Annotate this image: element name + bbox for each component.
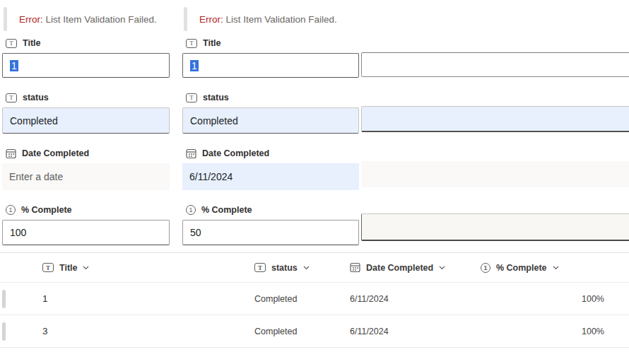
percent-input[interactable] (361, 213, 629, 241)
date-field-label: Date Completed (186, 148, 359, 159)
status-field-label: T status (6, 92, 170, 103)
field-label: Date Completed (22, 148, 89, 158)
date-placeholder: Enter a date (9, 171, 63, 182)
cell-title: 1 (42, 293, 254, 304)
field-label: Title (23, 38, 40, 48)
chevron-down-icon (303, 266, 310, 270)
cell-date-completed: 6/11/2024 (350, 294, 481, 304)
field-label: % Complete (21, 205, 72, 215)
text-field-icon: T (254, 263, 266, 272)
cell-date-completed: 6/11/2024 (350, 327, 481, 336)
column-header-label: % Complete (496, 263, 547, 273)
column-header-status[interactable]: T status (254, 263, 350, 273)
cell-status: Completed (254, 294, 350, 304)
date-input[interactable]: Enter a date (2, 163, 170, 190)
edit-form-panel-2: Error: List Item Validation Failed. T Ti… (182, 0, 359, 245)
field-label: Date Completed (202, 148, 269, 158)
text-field-icon: T (186, 93, 197, 102)
percent-input[interactable]: 100 (2, 220, 170, 245)
column-header-date-completed[interactable]: Date Completed (350, 262, 481, 273)
error-banner: Error: List Item Validation Failed. (184, 7, 359, 31)
title-input[interactable] (361, 52, 629, 77)
field-label: status (23, 93, 49, 102)
cell-status: Completed (254, 327, 350, 336)
date-input[interactable] (361, 161, 629, 187)
chevron-down-icon (553, 266, 559, 270)
percent-input[interactable]: 50 (182, 220, 359, 245)
cell-percent-complete: 100% (582, 327, 629, 336)
status-value: Completed (190, 115, 238, 127)
date-input[interactable]: 6/11/2024 (182, 163, 359, 190)
error-accent-bar (4, 7, 7, 31)
calendar-icon (350, 262, 360, 273)
percent-field-label: 1 % Complete (186, 204, 359, 216)
cell-percent-complete: 100% (582, 294, 629, 304)
title-field-label: T Title (6, 37, 170, 49)
percent-value: 50 (190, 227, 201, 238)
percent-field-label: 1 % Complete (6, 204, 170, 216)
column-header-percent-complete[interactable]: 1 % Complete (481, 263, 629, 273)
text-field-icon: T (6, 39, 17, 48)
field-label: Title (203, 38, 221, 48)
cell-title: 3 (42, 326, 254, 336)
calendar-icon (6, 148, 16, 159)
error-accent-bar (184, 7, 187, 31)
error-detail: List Item Validation Failed. (226, 14, 337, 25)
chevron-down-icon (439, 266, 445, 270)
status-value: Completed (10, 115, 58, 127)
field-label: % Complete (201, 205, 252, 215)
field-label: status (203, 93, 229, 102)
row-accent-bar (2, 290, 6, 308)
error-detail: List Item Validation Failed. (46, 14, 157, 25)
status-field-label: T status (186, 92, 359, 103)
error-message: Error: List Item Validation Failed. (199, 14, 337, 25)
text-field-icon: T (42, 263, 54, 272)
number-icon: 1 (481, 263, 490, 273)
error-banner: Error: List Item Validation Failed. (4, 7, 170, 31)
number-icon: 1 (186, 205, 196, 215)
column-header-label: status (271, 263, 298, 273)
error-prefix: Error: (199, 14, 223, 25)
title-input[interactable]: 1 (182, 53, 359, 78)
number-icon: 1 (6, 205, 16, 215)
list-view-table: T Title T status Date Completed 1 % Comp… (0, 252, 629, 348)
error-message: Error: List Item Validation Failed. (19, 14, 157, 25)
selected-text: 1 (10, 60, 18, 71)
column-header-label: Title (59, 263, 77, 273)
text-field-icon: T (186, 39, 197, 48)
percent-value: 100 (10, 227, 26, 238)
column-header-title[interactable]: T Title (42, 263, 254, 273)
title-input[interactable]: 1 (2, 53, 170, 78)
table-row[interactable]: 1 Completed 6/11/2024 100% (0, 283, 629, 315)
row-accent-bar (2, 322, 6, 341)
date-value: 6/11/2024 (189, 171, 233, 182)
status-input[interactable]: Completed (2, 107, 170, 134)
table-header-row: T Title T status Date Completed 1 % Comp… (0, 252, 629, 283)
date-field-label: Date Completed (6, 148, 170, 159)
page: Error: List Item Validation Failed. T Ti… (0, 0, 629, 364)
title-field-label: T Title (186, 37, 359, 49)
status-input[interactable]: Completed (182, 107, 359, 134)
chevron-down-icon (83, 266, 89, 270)
table-row[interactable]: 3 Completed 6/11/2024 100% (0, 315, 629, 348)
calendar-icon (186, 148, 196, 159)
column-header-label: Date Completed (366, 263, 433, 273)
error-prefix: Error: (19, 14, 43, 25)
text-field-icon: T (6, 93, 17, 102)
status-input[interactable] (361, 106, 629, 132)
edit-form-panel-1: Error: List Item Validation Failed. T Ti… (2, 0, 170, 245)
selected-text: 1 (190, 60, 199, 71)
